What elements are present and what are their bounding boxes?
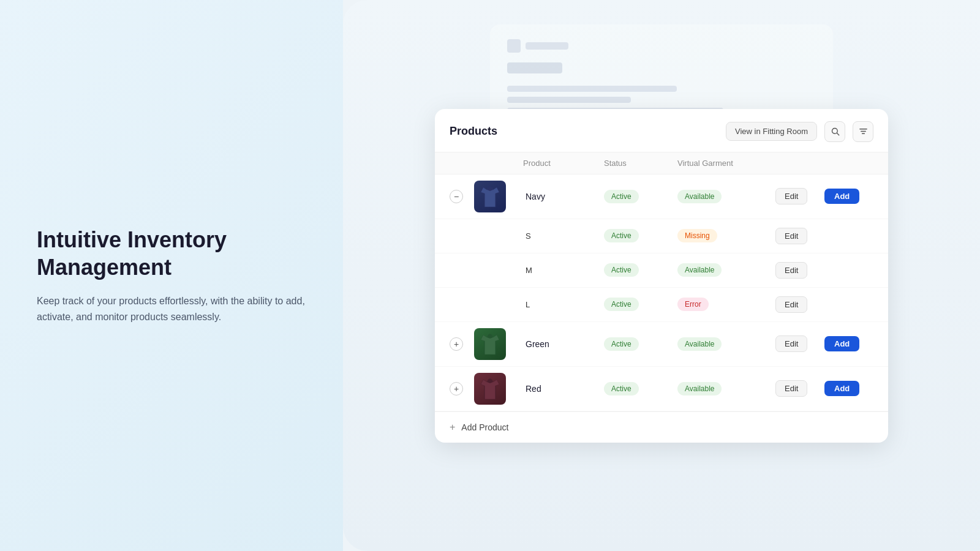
variant-m-name: M [523, 266, 604, 275]
variant-l-name: L [523, 300, 604, 309]
table-row: − Navy Active Available Edit Add [435, 174, 888, 219]
filter-button[interactable] [853, 121, 873, 142]
red-status-badge: Active [604, 382, 639, 395]
card-title: Products [450, 125, 497, 138]
search-button[interactable] [824, 121, 845, 142]
green-status-badge: Active [604, 337, 639, 351]
variant-l-edit-button[interactable]: Edit [775, 296, 807, 313]
red-toggle[interactable]: + [450, 382, 463, 395]
navy-add-button[interactable]: Add [824, 189, 859, 204]
column-headers: Product Status Virtual Garment [435, 152, 888, 174]
red-add-button[interactable]: Add [824, 381, 859, 396]
navy-status-badge: Active [604, 190, 639, 203]
table-row: + Green Active Available Edit Add [435, 322, 888, 367]
green-add-button[interactable]: Add [824, 336, 859, 351]
variant-m-vg-badge: Available [677, 263, 722, 277]
variant-l-vg-badge: Error [677, 298, 709, 311]
green-vg-badge: Available [677, 337, 722, 351]
navy-toggle[interactable]: − [450, 190, 463, 203]
navy-edit-button[interactable]: Edit [775, 188, 807, 204]
add-product-plus-icon: + [450, 422, 455, 433]
variant-m-status-badge: Active [604, 263, 639, 277]
red-jacket-icon [478, 376, 502, 402]
red-product-image [474, 373, 506, 405]
col-header-virtual-garment: Virtual Garment [677, 159, 775, 168]
variant-l-status-badge: Active [604, 298, 639, 311]
header-actions: View in Fitting Room [726, 121, 873, 142]
add-product-label: Add Product [461, 422, 508, 432]
red-product-name: Red [523, 384, 604, 394]
hero-heading: Intuitive Inventory Management [37, 226, 306, 281]
view-fitting-room-button[interactable]: View in Fitting Room [726, 122, 817, 141]
col-header-product: Product [523, 159, 604, 168]
ghost-line-1 [507, 86, 677, 92]
table-row: S Active Missing Edit [435, 219, 888, 253]
search-icon [831, 127, 840, 136]
green-edit-button[interactable]: Edit [775, 335, 807, 352]
table-row: + Red Active Available Edit Add [435, 367, 888, 411]
table-row: L Active Error Edit [435, 288, 888, 322]
variant-m-edit-button[interactable]: Edit [775, 262, 807, 279]
variant-s-edit-button[interactable]: Edit [775, 228, 807, 244]
card-header: Products View in Fitting Room [435, 109, 888, 152]
main-card: Products View in Fitting Room Product St… [435, 109, 888, 443]
right-panel: Products View in Fitting Room Product St… [343, 0, 980, 551]
ghost-line-2 [507, 97, 631, 103]
navy-vg-badge: Available [677, 190, 722, 203]
variant-s-name: S [523, 231, 604, 241]
col-header-status: Status [604, 159, 677, 168]
add-product-row[interactable]: + Add Product [435, 411, 888, 443]
ghost-logo-box [507, 39, 521, 53]
variant-s-vg-badge: Missing [677, 229, 717, 242]
variant-s-status-badge: Active [604, 229, 639, 242]
green-product-image [474, 328, 506, 360]
red-vg-badge: Available [677, 382, 722, 395]
table-row: M Active Available Edit [435, 253, 888, 288]
green-jacket-icon [478, 331, 502, 357]
navy-product-image [474, 181, 506, 212]
ghost-logo-text [526, 42, 568, 50]
navy-product-name: Navy [523, 192, 604, 201]
filter-icon [859, 127, 868, 136]
green-toggle[interactable]: + [450, 337, 463, 351]
red-edit-button[interactable]: Edit [775, 380, 807, 397]
ghost-title-text [507, 62, 562, 73]
left-panel: Intuitive Inventory Management Keep trac… [0, 0, 343, 551]
svg-line-1 [837, 133, 839, 135]
green-product-name: Green [523, 339, 604, 349]
hero-description: Keep track of your products effortlessly… [37, 293, 306, 326]
navy-jacket-icon [478, 184, 502, 209]
